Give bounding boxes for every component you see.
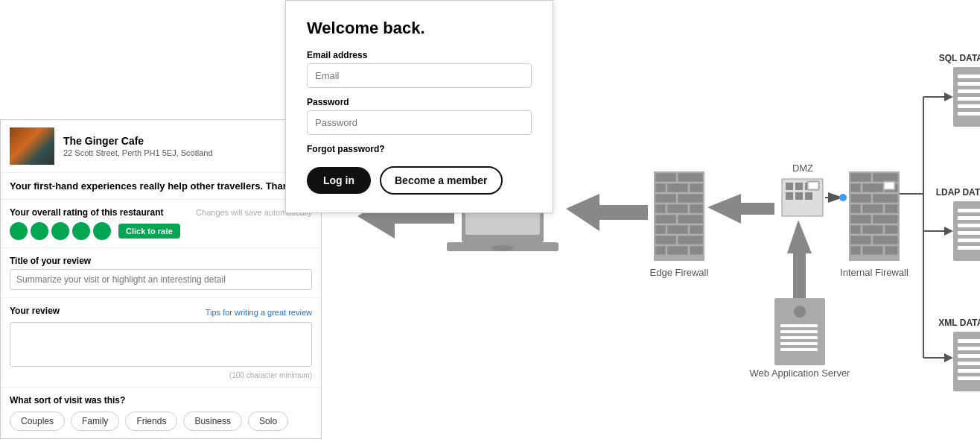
email-label: Email address (307, 50, 532, 60)
review-field-label: Your review (10, 306, 60, 316)
svg-rect-87 (958, 362, 980, 365)
svg-rect-37 (850, 194, 871, 203)
svg-rect-11 (655, 215, 676, 224)
svg-rect-10 (690, 204, 703, 213)
svg-rect-56 (780, 324, 818, 327)
svg-rect-78 (958, 216, 980, 220)
svg-rect-1 (655, 173, 676, 182)
chip-family[interactable]: Family (71, 411, 119, 431)
review-body-header: Your review Tips for writing a great rev… (10, 306, 312, 319)
svg-rect-38 (873, 194, 898, 203)
svg-rect-15 (690, 225, 703, 234)
internal-firewall-label: Internal Firewall (840, 267, 909, 278)
svg-rect-89 (958, 376, 980, 380)
svg-rect-12 (678, 215, 703, 224)
svg-rect-72 (958, 89, 980, 93)
xml-database (953, 332, 980, 391)
svg-rect-23 (795, 183, 803, 190)
email-field[interactable] (307, 63, 532, 88)
svg-rect-48 (873, 236, 898, 244)
stars-row: Click to rate (10, 222, 312, 240)
svg-rect-82 (958, 246, 980, 250)
star-3[interactable] (51, 222, 69, 240)
login-button[interactable]: Log in (307, 167, 371, 194)
restaurant-name: The Ginger Cafe (63, 135, 213, 147)
forgot-password-link[interactable]: Forgot password? (307, 144, 532, 154)
review-panel: The Ginger Cafe 22 Scott Street, Perth P… (0, 119, 322, 439)
svg-rect-3 (655, 183, 666, 192)
svg-rect-19 (667, 246, 688, 255)
visit-type-label: What sort of visit was this? (10, 395, 312, 406)
svg-rect-18 (655, 246, 666, 255)
chip-solo[interactable]: Solo (248, 411, 288, 431)
edge-firewall-label: Edge Firewall (650, 267, 709, 278)
svg-rect-20 (690, 246, 703, 255)
svg-rect-71 (958, 82, 980, 86)
review-textarea[interactable] (10, 322, 312, 367)
svg-rect-5 (690, 183, 703, 192)
restaurant-header: The Ginger Cafe 22 Scott Street, Perth P… (1, 120, 321, 173)
web-app-server (774, 298, 825, 365)
title-field-label: Title of your review (10, 256, 312, 266)
svg-rect-34 (850, 183, 861, 192)
svg-rect-75 (958, 112, 980, 116)
svg-point-55 (794, 306, 806, 318)
restaurant-image (10, 127, 54, 165)
svg-rect-44 (850, 225, 861, 234)
svg-rect-8 (655, 204, 666, 213)
become-member-button[interactable]: Become a member (380, 166, 503, 195)
visit-chips: Couples Family Friends Business Solo (10, 411, 312, 431)
svg-rect-46 (885, 225, 898, 234)
svg-rect-26 (795, 192, 803, 200)
web-app-label: Web Application Server (750, 367, 851, 379)
svg-rect-2 (678, 173, 703, 182)
star-1[interactable] (10, 222, 28, 240)
laptop-hinge (491, 245, 514, 251)
star-5[interactable] (93, 222, 111, 240)
rating-section: Your overall rating of this restaurant C… (1, 200, 321, 248)
tips-link[interactable]: Tips for writing a great review (206, 308, 312, 317)
login-modal: Welcome back. Email address Password For… (285, 0, 553, 213)
traveller-message: Your first-hand experiences really help … (1, 173, 321, 200)
password-label: Password (307, 97, 532, 107)
svg-rect-58 (780, 336, 818, 339)
password-field[interactable] (307, 110, 532, 135)
svg-marker-68 (944, 353, 953, 362)
internal-firewall (849, 171, 900, 261)
svg-rect-25 (786, 192, 793, 200)
svg-rect-9 (667, 204, 688, 213)
chip-friends[interactable]: Friends (125, 411, 177, 431)
svg-rect-73 (958, 97, 980, 101)
svg-marker-66 (944, 227, 953, 236)
svg-rect-79 (958, 224, 980, 227)
click-to-rate-button[interactable]: Click to rate (118, 224, 180, 239)
star-4[interactable] (72, 222, 90, 240)
review-title-section: Title of your review (1, 248, 321, 298)
chip-couples[interactable]: Couples (10, 411, 65, 431)
svg-rect-74 (958, 104, 980, 108)
arrow-to-firewall (566, 194, 648, 231)
svg-rect-85 (958, 347, 980, 350)
star-2[interactable] (31, 222, 48, 240)
review-title-input[interactable] (10, 269, 312, 290)
svg-rect-4 (667, 183, 688, 192)
svg-rect-57 (780, 330, 818, 333)
svg-rect-17 (678, 236, 703, 244)
login-buttons: Log in Become a member (307, 166, 532, 195)
svg-rect-81 (958, 239, 980, 242)
svg-rect-22 (786, 183, 793, 190)
svg-rect-41 (885, 204, 898, 213)
sql-database (953, 67, 980, 127)
svg-rect-49 (850, 246, 861, 255)
svg-rect-70 (958, 75, 980, 78)
arrow-to-dmz (707, 194, 774, 224)
svg-rect-51 (885, 246, 898, 255)
chip-business[interactable]: Business (183, 411, 242, 431)
sql-db-label: SQL DATABASE (939, 53, 980, 63)
svg-rect-35 (862, 183, 883, 192)
svg-rect-13 (655, 225, 666, 234)
svg-marker-64 (944, 92, 953, 101)
svg-rect-77 (958, 209, 980, 212)
svg-rect-88 (958, 369, 980, 373)
svg-rect-80 (958, 231, 980, 235)
